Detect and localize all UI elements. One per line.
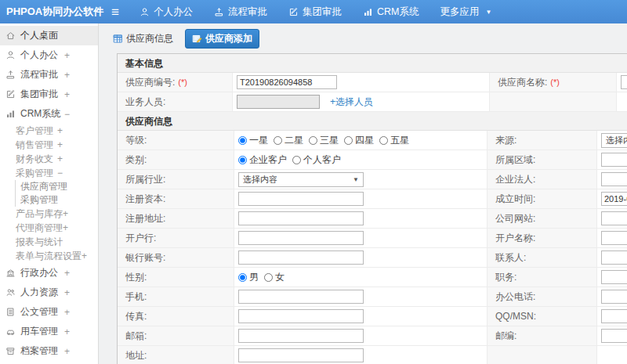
sidebar: 个人桌面个人办公+流程审批+集团审批+CRM系统−客户管理+销售管理+财务收支+… <box>0 23 99 364</box>
sidebar-item[interactable]: 销售管理+ <box>0 138 98 152</box>
sidebar-item[interactable]: 个人桌面 <box>0 26 98 45</box>
sidebar-item[interactable]: CRM系统− <box>0 104 98 124</box>
text-input[interactable] <box>601 172 627 186</box>
topbar-nav-item[interactable]: 个人办公 <box>140 5 193 19</box>
car-icon <box>5 326 16 337</box>
topbar-nav-item[interactable]: 集团审批 <box>288 5 342 19</box>
radio-option[interactable]: 一星 <box>238 134 268 147</box>
text-input[interactable] <box>601 211 627 225</box>
radio-option[interactable]: 个人客户 <box>292 153 341 167</box>
field-input-cell: 企业客户个人客户 <box>234 150 487 169</box>
tab-item[interactable]: 供应商信息 <box>107 30 179 48</box>
text-input[interactable] <box>601 192 627 206</box>
sidebar-item[interactable]: 客户管理+ <box>0 124 98 138</box>
radio-input[interactable] <box>238 156 247 164</box>
field-label: 传真: <box>125 310 147 323</box>
radio-option[interactable]: 男 <box>238 271 259 284</box>
radio-label: 一星 <box>249 134 268 147</box>
text-input[interactable] <box>238 290 364 304</box>
sidebar-item-label: 行政办公 <box>20 266 58 279</box>
radio-input[interactable] <box>274 136 282 145</box>
select-dropdown[interactable]: 选择内容▼ <box>601 133 627 148</box>
text-input[interactable] <box>237 75 337 89</box>
radio-label: 五星 <box>390 134 409 147</box>
text-input[interactable] <box>601 250 627 265</box>
field-label: 邮箱: <box>125 330 147 343</box>
radio-option[interactable]: 四星 <box>344 134 374 147</box>
radio-input[interactable] <box>309 136 317 145</box>
radio-input[interactable] <box>292 156 301 164</box>
expand-toggle-icon: − <box>57 168 63 178</box>
radio-option[interactable]: 二星 <box>274 134 303 147</box>
text-input[interactable] <box>238 192 364 206</box>
expand-toggle-icon: + <box>64 307 70 318</box>
radio-input[interactable] <box>238 273 247 282</box>
text-input[interactable] <box>601 309 627 323</box>
text-input[interactable] <box>238 231 364 245</box>
tab-label: 供应商信息 <box>126 32 173 45</box>
text-input[interactable] <box>238 250 364 265</box>
radio-option[interactable]: 五星 <box>379 134 409 147</box>
user-icon <box>5 50 16 60</box>
text-input[interactable] <box>601 329 627 343</box>
radio-option[interactable]: 女 <box>264 271 285 284</box>
sidebar-item[interactable]: 报表与统计 <box>0 235 98 249</box>
topbar-nav-item[interactable]: CRM系统 <box>363 5 419 19</box>
field-label: 业务人员: <box>125 96 165 109</box>
sidebar-item[interactable]: 流程审批+ <box>0 65 98 85</box>
text-input[interactable] <box>601 290 627 304</box>
text-input[interactable] <box>238 309 364 323</box>
radio-option[interactable]: 三星 <box>309 134 339 147</box>
formadd-icon <box>192 34 202 44</box>
sidebar-item-label: CRM系统 <box>20 107 60 121</box>
nav-item-label: 个人办公 <box>154 5 193 19</box>
text-input[interactable] <box>601 231 627 245</box>
field-label-cell: 等级: <box>118 131 234 150</box>
field-label-cell: 企业法人: <box>487 170 597 189</box>
sidebar-item[interactable]: 采购管理 <box>16 193 98 207</box>
sidebar-item[interactable]: 表单与流程设置+ <box>0 249 98 263</box>
caret-down-icon: ▼ <box>353 176 359 183</box>
sidebar-item[interactable]: 公文管理+ <box>0 302 98 322</box>
text-input[interactable] <box>237 95 320 109</box>
text-input[interactable] <box>238 211 364 225</box>
radio-input[interactable] <box>379 136 388 145</box>
field-input-cell <box>597 268 627 287</box>
field-label: 联系人: <box>495 251 526 265</box>
topbar-nav-item[interactable]: 更多应用▼ <box>440 5 491 19</box>
section-title: 基本信息 <box>118 54 627 73</box>
form-row: 所属行业:选择内容▼企业法人: <box>118 170 627 189</box>
text-input[interactable] <box>621 75 627 89</box>
sidebar-item-label: 用车管理 <box>20 325 58 338</box>
select-dropdown[interactable]: 选择内容▼ <box>238 172 364 187</box>
sidebar-item[interactable]: 人力资源+ <box>0 283 98 302</box>
radio-option[interactable]: 企业客户 <box>238 153 287 167</box>
sidebar-item[interactable]: 集团审批+ <box>0 85 98 104</box>
sidebar-item[interactable]: 供应商管理 <box>16 180 98 193</box>
sidebar-item[interactable]: 产品与库存+ <box>0 207 98 221</box>
sidebar-item[interactable]: 用车管理+ <box>0 322 98 341</box>
expand-toggle-icon: + <box>64 70 70 81</box>
sidebar-item[interactable]: 行政办公+ <box>0 263 98 283</box>
radio-input[interactable] <box>238 136 247 145</box>
hamburger-icon[interactable]: ≡ <box>111 5 119 19</box>
tab-active[interactable]: 供应商添加 <box>185 29 259 49</box>
topbar-nav-item[interactable]: 流程审批 <box>214 5 267 19</box>
text-input[interactable] <box>601 270 627 284</box>
text-input[interactable] <box>238 348 364 362</box>
radio-input[interactable] <box>264 273 273 282</box>
sidebar-item[interactable]: 档案管理+ <box>0 341 98 361</box>
picker-link[interactable]: +选择人员 <box>330 96 373 107</box>
field-label: 办公电话: <box>495 290 535 304</box>
expand-toggle-icon: + <box>64 287 70 298</box>
sidebar-item[interactable]: 采购管理− <box>0 166 98 180</box>
radio-input[interactable] <box>344 136 353 145</box>
field-label-cell <box>487 346 597 364</box>
text-input[interactable] <box>601 153 627 167</box>
sidebar-item[interactable]: 个人办公+ <box>0 45 98 65</box>
text-input[interactable] <box>238 329 364 343</box>
sidebar-item[interactable]: 财务收支+ <box>0 152 98 166</box>
radio-label: 企业客户 <box>249 153 287 167</box>
field-input-cell <box>234 326 487 345</box>
sidebar-item[interactable]: 代理商管理+ <box>0 221 98 235</box>
